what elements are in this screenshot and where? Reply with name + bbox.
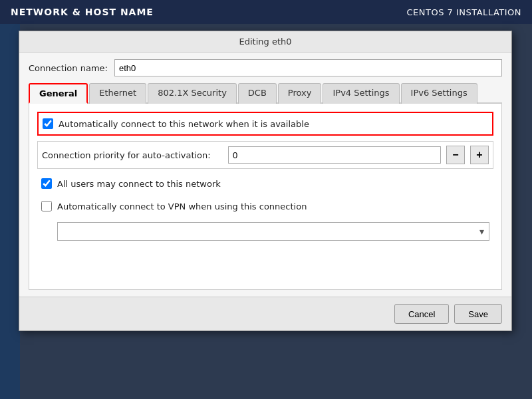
priority-input[interactable] [228, 146, 441, 164]
top-header: NETWORK & HOST NAME CENTOS 7 INSTALLATIO… [0, 0, 532, 24]
sidebar-strip [0, 24, 20, 399]
priority-increment-button[interactable]: + [470, 146, 489, 164]
tab-dcb[interactable]: DCB [238, 83, 277, 104]
connection-name-input[interactable] [114, 59, 502, 76]
priority-decrement-button[interactable]: − [446, 146, 465, 164]
dialog-footer: Cancel Save [19, 297, 511, 331]
save-button[interactable]: Save [454, 304, 502, 324]
auto-vpn-row: Automatically connect to VPN when using … [37, 197, 493, 215]
background-area: Editing eth0 Connection name: General Et… [0, 24, 532, 399]
dialog-content: Connection name: General Ethernet 802.1X… [19, 53, 511, 297]
tab-ipv6[interactable]: IPv6 Settings [401, 83, 477, 104]
priority-row: Connection priority for auto-activation:… [37, 141, 493, 169]
app-title: NETWORK & HOST NAME [11, 7, 154, 17]
tab-general[interactable]: General [29, 83, 88, 104]
all-users-checkbox[interactable] [41, 178, 52, 189]
auto-vpn-checkbox[interactable] [41, 201, 52, 211]
tab-proxy[interactable]: Proxy [278, 83, 322, 104]
vpn-select-wrapper [57, 222, 489, 241]
tabs-row: General Ethernet 802.1X Security DCB Pro… [29, 83, 502, 104]
connection-name-row: Connection name: [29, 59, 502, 76]
auto-vpn-label: Automatically connect to VPN when using … [57, 201, 307, 211]
all-users-label: All users may connect to this network [57, 179, 221, 189]
auto-connect-row: Automatically connect to this network wh… [37, 112, 493, 136]
install-title: CENTOS 7 INSTALLATION [406, 7, 521, 17]
tab-security[interactable]: 802.1X Security [148, 83, 237, 104]
tab-panel-general: Automatically connect to this network wh… [29, 104, 502, 290]
all-users-row: All users may connect to this network [37, 174, 493, 193]
dialog-titlebar: Editing eth0 [19, 31, 511, 53]
auto-connect-checkbox[interactable] [43, 118, 53, 129]
auto-connect-label: Automatically connect to this network wh… [59, 119, 309, 129]
tab-ipv4[interactable]: IPv4 Settings [323, 83, 399, 104]
vpn-dropdown-row [53, 219, 493, 243]
vpn-select[interactable] [57, 222, 489, 241]
priority-label: Connection priority for auto-activation: [42, 150, 223, 160]
editing-dialog: Editing eth0 Connection name: General Et… [19, 31, 512, 331]
tab-ethernet[interactable]: Ethernet [89, 83, 146, 104]
cancel-button[interactable]: Cancel [394, 304, 449, 324]
connection-name-label: Connection name: [29, 63, 108, 73]
